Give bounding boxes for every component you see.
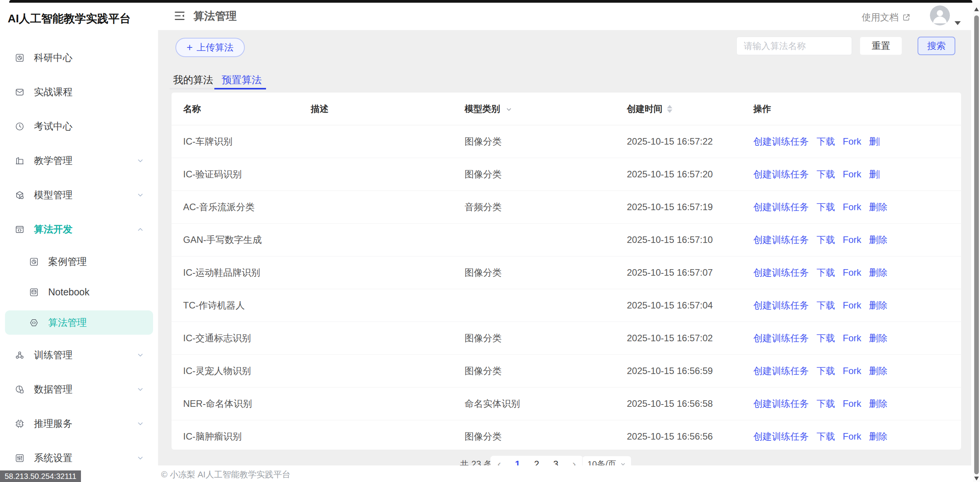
sidebar-item-label: 实战课程 [34, 86, 72, 98]
created-time: 2025-10-15 16:56:58 [627, 388, 713, 420]
download-link[interactable]: 下载 [817, 168, 835, 180]
fork-link[interactable]: Fork [843, 202, 861, 212]
page-button-3[interactable]: 3 [553, 459, 558, 465]
sidebar-item-algorithm-development[interactable]: 算法开发 [0, 212, 158, 246]
created-time: 2025-10-15 16:57:10 [627, 224, 713, 256]
fork-link[interactable]: Fork [843, 234, 861, 245]
delete-link[interactable]: 删除 [869, 168, 879, 180]
chevron-down-icon [136, 454, 144, 462]
delete-link[interactable]: 删除 [869, 234, 887, 246]
tab-preset-algorithms[interactable]: 预置算法 [222, 73, 262, 87]
prev-page-button[interactable]: ‹ [497, 458, 501, 465]
sidebar-item-data-management[interactable]: 数据管理 [0, 372, 158, 406]
sidebar-item-model-management[interactable]: 模型管理 [0, 178, 158, 212]
create-training-task-link[interactable]: 创建训练任务 [753, 365, 809, 377]
fork-link[interactable]: Fork [843, 267, 861, 278]
fork-link[interactable]: Fork [843, 136, 861, 147]
row-actions: 创建训练任务 下载 Fork 删除 [753, 158, 879, 190]
sidebar-item-research-center[interactable]: 科研中心 [0, 40, 158, 75]
create-training-task-link[interactable]: 创建训练任务 [753, 430, 809, 443]
fork-link[interactable]: Fork [843, 398, 861, 409]
vertical-scrollbar[interactable] [973, 3, 980, 482]
algorithm-category: 音频分类 [465, 191, 502, 223]
pie-chart-icon [29, 257, 39, 267]
create-training-task-link[interactable]: 创建训练任务 [753, 332, 809, 344]
sidebar-item-teaching-management[interactable]: 教学管理 [0, 143, 158, 178]
download-link[interactable]: 下载 [817, 365, 835, 377]
download-link[interactable]: 下载 [817, 234, 835, 246]
create-training-task-link[interactable]: 创建训练任务 [753, 135, 809, 148]
reset-button[interactable]: 重置 [860, 37, 902, 55]
sidebar-item-notebook[interactable]: Notebook [0, 277, 158, 307]
page-size-select[interactable]: 10条/页 [582, 456, 631, 465]
fork-link[interactable]: Fork [843, 333, 861, 344]
download-link[interactable]: 下载 [817, 266, 835, 279]
download-link[interactable]: 下载 [817, 398, 835, 410]
sidebar-item-exam-center[interactable]: 考试中心 [0, 109, 158, 143]
delete-link[interactable]: 删除 [869, 135, 879, 148]
delete-link[interactable]: 删除 [869, 299, 887, 312]
page-button-1[interactable]: 1 [515, 459, 520, 465]
sidebar-item-practical-courses[interactable]: 实战课程 [0, 75, 158, 109]
algorithm-search-input[interactable] [736, 37, 852, 55]
sidebar-item-system-settings[interactable]: 系统设置 [0, 441, 158, 475]
sidebar-fold-icon[interactable] [173, 10, 186, 22]
sidebar-nav: 科研中心 实战课程 考试中心 教学管理 模型管理 [0, 40, 158, 475]
chevron-down-icon [136, 351, 144, 359]
avatar-dropdown-caret[interactable] [955, 21, 961, 25]
download-link[interactable]: 下载 [817, 135, 835, 148]
create-training-task-link[interactable]: 创建训练任务 [753, 398, 809, 410]
fork-link[interactable]: Fork [843, 300, 861, 311]
pagination-total: 共 23 条 [460, 456, 492, 465]
delete-link[interactable]: 删除 [869, 332, 887, 344]
created-time: 2025-10-15 16:57:19 [627, 191, 713, 223]
fork-link[interactable]: Fork [843, 366, 861, 376]
delete-link[interactable]: 删除 [869, 430, 887, 443]
create-training-task-link[interactable]: 创建训练任务 [753, 168, 809, 180]
search-button[interactable]: 搜索 [918, 37, 955, 55]
delete-link[interactable]: 删除 [869, 398, 887, 410]
row-actions: 创建训练任务 下载 Fork 删除 [753, 191, 887, 223]
column-header-category[interactable]: 模型类别 [465, 93, 512, 125]
scroll-down-arrow[interactable] [974, 477, 979, 480]
fork-link[interactable]: Fork [843, 169, 861, 180]
sidebar-item-algorithm-management[interactable]: 算法管理 [5, 310, 153, 335]
download-link[interactable]: 下载 [817, 299, 835, 312]
create-training-task-link[interactable]: 创建训练任务 [753, 201, 809, 213]
table-row: IC-车牌识别 图像分类 2025-10-15 16:57:22 创建训练任务 … [172, 125, 961, 158]
table-body: IC-车牌识别 图像分类 2025-10-15 16:57:22 创建训练任务 … [172, 125, 961, 450]
tab-my-algorithms[interactable]: 我的算法 [173, 73, 213, 87]
delete-link[interactable]: 删除 [869, 266, 887, 279]
scrollbar-thumb[interactable] [974, 15, 979, 474]
create-training-task-link[interactable]: 创建训练任务 [753, 299, 809, 312]
sliders-icon [15, 453, 25, 463]
delete-link[interactable]: 删除 [869, 201, 887, 213]
algorithm-name: GAN-手写数字生成 [183, 224, 262, 256]
docs-link[interactable]: 使用文档 [862, 11, 911, 24]
algorithm-name: NER-命名体识别 [183, 388, 252, 420]
create-training-task-link[interactable]: 创建训练任务 [753, 234, 809, 246]
create-training-task-link[interactable]: 创建训练任务 [753, 266, 809, 279]
column-header-desc: 描述 [311, 93, 328, 125]
upload-algorithm-button[interactable]: + 上传算法 [175, 38, 245, 57]
row-actions: 创建训练任务 下载 Fork 删除 [753, 256, 887, 289]
download-link[interactable]: 下载 [817, 430, 835, 443]
scroll-up-arrow[interactable] [974, 7, 979, 11]
sidebar-item-training-management[interactable]: 训练管理 [0, 338, 158, 372]
download-link[interactable]: 下载 [817, 201, 835, 213]
next-page-button[interactable]: › [573, 458, 576, 465]
algorithm-name: AC-音乐流派分类 [183, 191, 254, 223]
fork-link[interactable]: Fork [843, 431, 861, 442]
sidebar-item-inference-service[interactable]: 推理服务 [0, 406, 158, 441]
page-button-2[interactable]: 2 [534, 459, 539, 465]
algorithm-name: IC-交通标志识别 [183, 322, 251, 354]
sidebar-item-case-management[interactable]: 案例管理 [0, 246, 158, 277]
notebook-icon [29, 287, 39, 297]
delete-link[interactable]: 删除 [869, 365, 887, 377]
app-logo: AI人工智能教学实践平台 [8, 11, 131, 27]
user-avatar[interactable] [930, 5, 950, 25]
algorithm-table: 名称 描述 模型类别 创建时间 操作 IC-车牌识别 图像分类 2025-10-… [172, 93, 961, 450]
download-link[interactable]: 下载 [817, 332, 835, 344]
row-actions: 创建训练任务 下载 Fork 删除 [753, 388, 887, 420]
column-header-created[interactable]: 创建时间 [627, 93, 672, 125]
